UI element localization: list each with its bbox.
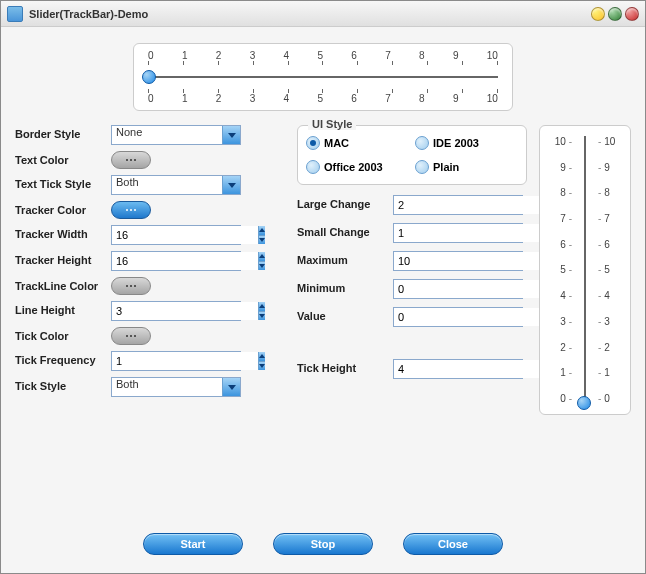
text-tick-style-combo[interactable]: Both: [111, 175, 241, 195]
value-spinner[interactable]: [393, 307, 523, 327]
large-change-spinner[interactable]: [393, 195, 523, 215]
close-window-button[interactable]: [625, 7, 639, 21]
maximum-label: Maximum: [297, 251, 387, 271]
spin-up-icon[interactable]: [259, 352, 265, 362]
line-height-label: Line Height: [15, 301, 105, 321]
hslider-thumb[interactable]: [142, 70, 156, 84]
tick-style-label: Tick Style: [15, 377, 105, 397]
minimize-button[interactable]: [591, 7, 605, 21]
tracker-width-label: Tracker Width: [15, 225, 105, 245]
minimum-spinner[interactable]: [393, 279, 523, 299]
hslider-track[interactable]: [148, 67, 498, 87]
maximize-button[interactable]: [608, 7, 622, 21]
spin-up-icon[interactable]: [259, 302, 265, 312]
vslider-right-ruler: - 10 - 9 - 8 - 7 - 6 - 5 - 4 - 3 - 2 - 1…: [596, 136, 615, 404]
tracker-color-label: Tracker Color: [15, 201, 105, 219]
app-icon: [7, 6, 23, 22]
text-color-label: Text Color: [15, 151, 105, 169]
tick-color-label: Tick Color: [15, 327, 105, 345]
titlebar: Slider(TrackBar)-Demo: [1, 1, 645, 27]
vslider-thumb[interactable]: [577, 396, 591, 410]
right-panel: 10 - 9 - 8 - 7 - 6 - 5 - 4 - 3 - 2 - 1 -…: [539, 125, 631, 519]
spin-down-icon[interactable]: [259, 312, 265, 321]
value-label: Value: [297, 307, 387, 327]
tick-style-combo[interactable]: Both: [111, 377, 241, 397]
tick-color-button[interactable]: [111, 327, 151, 345]
chevron-down-icon[interactable]: [222, 378, 240, 396]
hslider-top-ruler: 012345678910: [148, 50, 498, 61]
start-button[interactable]: Start: [143, 533, 243, 555]
radio-icon[interactable]: [415, 160, 429, 174]
radio-plain[interactable]: Plain: [415, 160, 518, 174]
border-style-combo[interactable]: None: [111, 125, 241, 145]
text-color-button[interactable]: [111, 151, 151, 169]
middle-panel: UI Style MAC IDE 2003 Office 2003 Plain …: [297, 125, 527, 519]
spin-down-icon[interactable]: [259, 236, 265, 245]
chevron-down-icon[interactable]: [222, 176, 240, 194]
tracker-height-label: Tracker Height: [15, 251, 105, 271]
tracker-color-button[interactable]: [111, 201, 151, 219]
border-style-label: Border Style: [15, 125, 105, 145]
minimum-label: Minimum: [297, 279, 387, 299]
radio-icon[interactable]: [415, 136, 429, 150]
spin-up-icon[interactable]: [259, 252, 265, 262]
ui-style-group: UI Style MAC IDE 2003 Office 2003 Plain: [297, 125, 527, 185]
trackline-color-label: TrackLine Color: [15, 277, 105, 295]
stop-button[interactable]: Stop: [273, 533, 373, 555]
app-window: Slider(TrackBar)-Demo 012345678910 01234…: [0, 0, 646, 574]
chevron-down-icon[interactable]: [222, 126, 240, 144]
radio-icon[interactable]: [306, 136, 320, 150]
maximum-spinner[interactable]: [393, 251, 523, 271]
radio-office2003[interactable]: Office 2003: [306, 160, 409, 174]
radio-mac[interactable]: MAC: [306, 136, 409, 150]
left-panel: Border Style None Text Color Text Tick S…: [15, 125, 285, 519]
large-change-label: Large Change: [297, 195, 387, 215]
tick-height-spinner[interactable]: [393, 359, 523, 379]
spin-down-icon[interactable]: [259, 262, 265, 271]
line-height-spinner[interactable]: [111, 301, 241, 321]
vslider-left-ruler: 10 - 9 - 8 - 7 - 6 - 5 - 4 - 3 - 2 - 1 -…: [555, 136, 574, 404]
radio-icon[interactable]: [306, 160, 320, 174]
button-row: Start Stop Close: [15, 533, 631, 563]
radio-ide2003[interactable]: IDE 2003: [415, 136, 518, 150]
tick-frequency-spinner[interactable]: [111, 351, 241, 371]
small-change-label: Small Change: [297, 223, 387, 243]
tick-height-label: Tick Height: [297, 359, 387, 379]
vslider-track[interactable]: [574, 136, 596, 404]
tracker-height-spinner[interactable]: [111, 251, 241, 271]
vertical-slider: 10 - 9 - 8 - 7 - 6 - 5 - 4 - 3 - 2 - 1 -…: [539, 125, 631, 415]
close-button[interactable]: Close: [403, 533, 503, 555]
hslider-bottom-ruler: 012345678910: [148, 93, 498, 104]
text-tick-style-label: Text Tick Style: [15, 175, 105, 195]
trackline-color-button[interactable]: [111, 277, 151, 295]
window-title: Slider(TrackBar)-Demo: [29, 8, 591, 20]
horizontal-slider: 012345678910 012345678910: [133, 43, 513, 111]
tracker-width-spinner[interactable]: [111, 225, 241, 245]
tick-frequency-label: Tick Frequency: [15, 351, 105, 371]
spin-down-icon[interactable]: [259, 362, 265, 371]
small-change-spinner[interactable]: [393, 223, 523, 243]
spin-up-icon[interactable]: [259, 226, 265, 236]
